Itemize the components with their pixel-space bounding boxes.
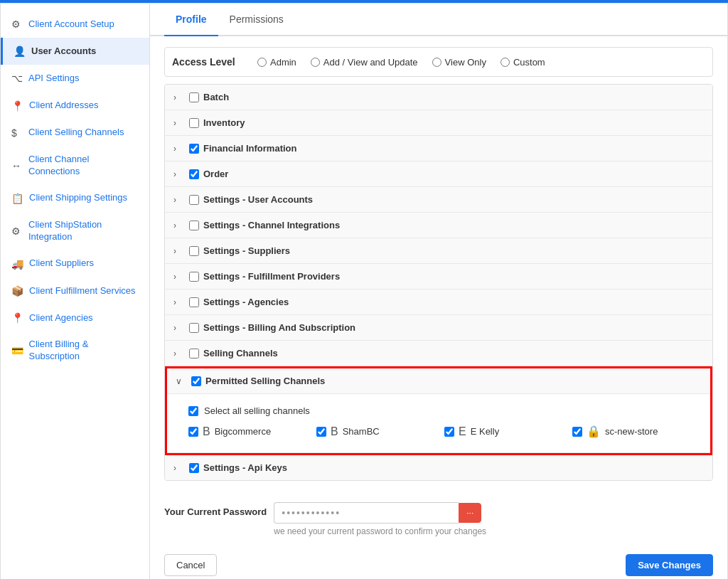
perm-label-settings-agencies[interactable]: Settings - Agencies [189,297,289,307]
access-level-label: Access Level [172,56,243,68]
access-level-radio-group: Admin Add / View and Update View Only Cu… [257,57,545,68]
sidebar-label-client-addresses: Client Addresses [29,100,99,112]
perm-label-settings-fulfillment-providers[interactable]: Settings - Fulfillment Providers [189,271,340,282]
save-changes-button[interactable]: Save Changes [626,554,713,576]
channel-sc-new-store-checkbox[interactable] [572,427,582,437]
tab-permissions[interactable]: Permissions [218,4,295,36]
chevron-icon-financial-information[interactable]: › [173,144,183,154]
perm-label-settings-api-keys[interactable]: Settings - Api Keys [189,462,287,473]
sidebar-icon-client-selling-channels: $ [11,127,23,139]
sidebar-item-client-fulfillment-services[interactable]: 📦Client Fulfillment Services [1,277,149,304]
sidebar-item-client-shipping-settings[interactable]: 📋Client Shipping Settings [1,185,149,212]
channel-item-shambc[interactable]: BShamBC [316,425,430,438]
channel-bigcommerce-checkbox[interactable] [188,427,198,437]
radio-custom-input[interactable] [500,58,510,67]
inventory-checkbox[interactable] [189,118,199,128]
channel-item-e-kelly[interactable]: EE Kelly [444,425,558,438]
perm-label-settings-channel-integrations[interactable]: Settings - Channel Integrations [189,220,340,230]
chevron-icon-order[interactable]: › [173,169,183,179]
sidebar-icon-client-shipstation-integration: ⚙ [11,225,23,238]
chevron-icon-selling-channels[interactable]: › [173,349,183,358]
sidebar-label-client-shipstation-integration: Client ShipStation Integration [28,219,139,243]
password-input-wrap: ··· we need your current password to con… [274,502,486,536]
settings-billing-subscription-checkbox[interactable] [189,323,199,333]
perm-label-order[interactable]: Order [189,169,228,179]
perm-row-financial-information: › Financial Information [165,136,712,161]
order-checkbox[interactable] [189,169,199,179]
radio-admin-input[interactable] [257,58,267,67]
sidebar-item-client-agencies[interactable]: 📍Client Agencies [1,304,149,331]
perm-label-financial-information[interactable]: Financial Information [189,143,296,154]
sidebar-item-api-settings[interactable]: ⌥API Settings [1,65,149,92]
radio-custom-label: Custom [513,57,545,68]
perm-row-settings-api-keys: › Settings - Api Keys [165,455,712,480]
permitted-selling-channels-checkbox[interactable] [191,376,201,386]
radio-view-only[interactable]: View Only [432,57,486,68]
channel-e-kelly-checkbox[interactable] [444,427,454,437]
select-all-selling-channels-checkbox[interactable] [188,406,198,416]
perm-label-selling-channels[interactable]: Selling Channels [189,348,278,358]
settings-user-accounts-checkbox[interactable] [189,195,199,205]
perm-row-selling-channels: › Selling Channels [165,341,712,366]
tab-profile[interactable]: Profile [164,4,218,36]
settings-agencies-checkbox[interactable] [189,297,199,307]
sidebar-label-client-selling-channels: Client Selling Channels [28,127,124,139]
sidebar-label-client-fulfillment-services: Client Fulfillment Services [29,285,136,297]
sidebar: ⚙Client Account Setup👤User Accounts⌥API … [1,4,150,579]
chevron-icon-settings-user-accounts[interactable]: › [173,195,183,205]
perm-label-settings-billing-subscription[interactable]: Settings - Billing And Subscription [189,322,355,333]
perm-label-settings-suppliers[interactable]: Settings - Suppliers [189,245,290,256]
sidebar-icon-client-agencies: 📍 [11,312,23,324]
radio-view-only-input[interactable] [432,58,441,67]
sidebar-item-client-billing-subscription[interactable]: 💳Client Billing & Subscription [1,331,149,370]
sidebar-item-client-account-setup[interactable]: ⚙Client Account Setup [1,11,149,38]
chevron-down-icon-permitted-selling-channels[interactable]: ∨ [176,376,186,386]
permitted-selling-channels-inner: Select all selling channelsBBigcommerceB… [167,394,710,452]
radio-add-view-update-label: Add / View and Update [323,57,418,68]
sidebar-icon-client-account-setup: ⚙ [11,18,23,31]
settings-channel-integrations-checkbox[interactable] [189,221,199,230]
channel-shambc-checkbox[interactable] [316,427,326,437]
chevron-icon-batch[interactable]: › [173,92,183,102]
channel-item-sc-new-store[interactable]: 🔒sc-new-store [572,425,686,438]
sidebar-item-client-addresses[interactable]: 📍Client Addresses [1,92,149,119]
financial-information-checkbox[interactable] [189,144,199,154]
perm-row-settings-agencies: › Settings - Agencies [165,290,712,315]
chevron-icon-inventory[interactable]: › [173,118,183,128]
perm-label-inventory[interactable]: Inventory [189,117,245,128]
settings-suppliers-checkbox[interactable] [189,246,199,256]
sidebar-item-client-shipstation-integration[interactable]: ⚙Client ShipStation Integration [1,212,149,250]
radio-admin[interactable]: Admin [257,57,296,68]
chevron-icon-settings-api-keys[interactable]: › [173,463,183,473]
channel-item-bigcommerce[interactable]: BBigcommerce [188,425,302,438]
sidebar-item-user-accounts[interactable]: 👤User Accounts [1,38,149,65]
perm-row-settings-channel-integrations: › Settings - Channel Integrations [165,213,712,238]
password-toggle-button[interactable]: ··· [459,503,481,523]
sidebar-item-client-channel-connections[interactable]: ↔Client Channel Connections [1,147,149,185]
permission-rows-container: › Batch› Inventory› Financial Informatio… [164,84,713,481]
perm-label-settings-user-accounts[interactable]: Settings - User Accounts [189,194,313,205]
settings-api-keys-checkbox[interactable] [189,463,199,473]
settings-fulfillment-providers-checkbox[interactable] [189,272,199,282]
password-input[interactable] [274,502,459,524]
sidebar-item-client-selling-channels[interactable]: $Client Selling Channels [1,119,149,147]
select-all-channels[interactable]: Select all selling channels [188,401,689,420]
chevron-icon-settings-agencies[interactable]: › [173,297,183,307]
chevron-icon-settings-billing-subscription[interactable]: › [173,323,183,333]
sidebar-label-api-settings: API Settings [28,73,80,85]
batch-checkbox[interactable] [189,92,199,102]
perm-label-batch[interactable]: Batch [189,92,229,102]
selling-channels-checkbox[interactable] [189,349,199,358]
sidebar-item-client-suppliers[interactable]: 🚚Client Suppliers [1,250,149,277]
perm-label-permitted-selling-channels[interactable]: Permitted Selling Channels [191,376,325,386]
chevron-icon-settings-fulfillment-providers[interactable]: › [173,272,183,282]
radio-add-view-update-input[interactable] [311,58,320,67]
channel-name-sc-new-store: sc-new-store [605,426,658,437]
radio-add-view-update[interactable]: Add / View and Update [311,57,418,68]
radio-custom[interactable]: Custom [500,57,545,68]
perm-row-permitted-selling-channels: ∨ Permitted Selling Channels [167,368,710,394]
cancel-button[interactable]: Cancel [164,554,217,576]
chevron-icon-settings-suppliers[interactable]: › [173,246,183,256]
chevron-icon-settings-channel-integrations[interactable]: › [173,221,183,230]
radio-view-only-label: View Only [445,57,486,68]
